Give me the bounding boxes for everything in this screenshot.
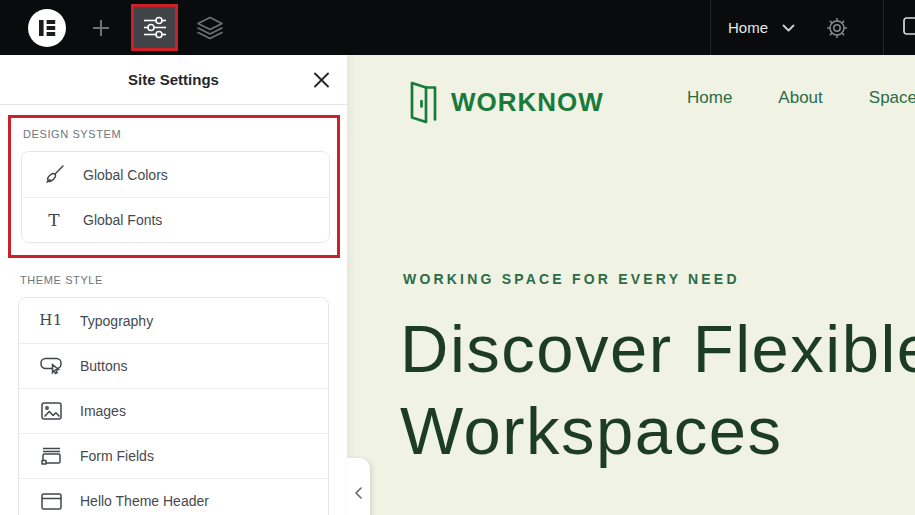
menu-item-label: Global Fonts	[83, 212, 162, 228]
layers-icon	[197, 16, 223, 40]
site-nav: Home About Spaces	[687, 88, 915, 108]
hero-eyebrow: WORKING SPACE FOR EVERY NEED	[403, 271, 740, 287]
menu-item-form-fields[interactable]: Form Fields	[19, 433, 328, 478]
nav-link-home[interactable]: Home	[687, 88, 732, 108]
site-settings-panel: Site Settings DESIGN SYSTEM Global Color…	[0, 55, 347, 515]
menu-item-buttons[interactable]: Buttons	[19, 343, 328, 388]
sliders-icon	[143, 16, 167, 39]
hero-heading-line2: Workspaces	[400, 390, 915, 472]
h1-icon: H1	[39, 313, 63, 328]
top-bar: Home	[0, 0, 915, 55]
header-template-icon	[39, 493, 63, 510]
top-bar-left	[0, 0, 230, 55]
plus-icon	[91, 18, 111, 38]
responsive-mode-button[interactable]	[893, 0, 915, 55]
page-selector-label: Home	[728, 19, 768, 36]
menu-item-label: Global Colors	[83, 167, 168, 183]
chevron-left-icon	[355, 487, 362, 499]
section-label-design-system: DESIGN SYSTEM	[23, 128, 330, 140]
monitor-icon	[903, 17, 915, 38]
site-settings-button[interactable]	[134, 7, 175, 48]
open-door-icon	[403, 80, 443, 124]
site-brand-name: WORKNOW	[451, 87, 604, 118]
panel-header: Site Settings	[0, 55, 347, 105]
close-panel-button[interactable]	[309, 67, 334, 92]
panel-collapse-handle[interactable]	[347, 458, 370, 515]
nav-link-spaces[interactable]: Spaces	[869, 88, 915, 108]
design-system-card: Global Colors T Global Fonts	[21, 151, 330, 243]
menu-item-images[interactable]: Images	[19, 388, 328, 433]
elementor-logo-icon	[28, 9, 66, 47]
page-settings-button[interactable]	[817, 8, 857, 48]
site-preview: WORKNOW Home About Spaces WORKING SPACE …	[347, 55, 915, 515]
menu-item-label: Form Fields	[80, 448, 154, 464]
button-cursor-icon	[39, 356, 63, 376]
image-icon	[39, 402, 63, 420]
site-logo[interactable]: WORKNOW	[403, 80, 604, 124]
brush-icon	[42, 164, 66, 185]
elementor-editor: { "top_bar": { "page_dropdown_label": "H…	[0, 0, 915, 515]
form-icon	[39, 447, 63, 465]
menu-item-label: Images	[80, 403, 126, 419]
menu-item-label: Hello Theme Header	[80, 493, 209, 509]
theme-style-card: H1 Typography Buttons	[18, 297, 329, 515]
page-selector-dropdown[interactable]: Home	[711, 0, 795, 55]
design-system-section: DESIGN SYSTEM Global Colors T Global Fon…	[8, 115, 340, 258]
close-icon	[313, 71, 330, 88]
elementor-logo-button[interactable]	[28, 9, 66, 47]
add-element-button[interactable]	[81, 8, 121, 48]
chevron-down-icon	[782, 24, 795, 32]
nav-link-about[interactable]: About	[778, 88, 822, 108]
hero-heading: Discover Flexible Workspaces	[400, 308, 915, 472]
panel-title: Site Settings	[128, 71, 219, 88]
top-bar-divider	[883, 0, 884, 55]
menu-item-hello-theme-header[interactable]: Hello Theme Header	[19, 478, 328, 515]
section-label-theme-style: THEME STYLE	[20, 274, 329, 286]
theme-style-section: THEME STYLE H1 Typography Buttons	[0, 258, 347, 515]
gear-icon	[826, 17, 848, 39]
menu-item-label: Buttons	[80, 358, 127, 374]
typography-t-icon: T	[42, 212, 66, 229]
site-settings-highlight-box	[131, 4, 178, 51]
top-bar-right: Home	[710, 0, 915, 55]
menu-item-label: Typography	[80, 313, 153, 329]
hero-heading-line1: Discover Flexible	[400, 308, 915, 390]
menu-item-global-fonts[interactable]: T Global Fonts	[22, 197, 329, 242]
menu-item-global-colors[interactable]: Global Colors	[22, 152, 329, 197]
structure-button[interactable]	[190, 8, 230, 48]
menu-item-typography[interactable]: H1 Typography	[19, 298, 328, 343]
